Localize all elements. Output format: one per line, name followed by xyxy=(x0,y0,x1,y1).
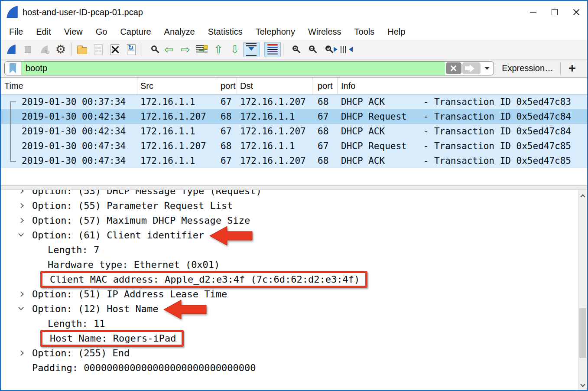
menu-telephony[interactable]: Telephony xyxy=(249,27,302,37)
detail-row[interactable]: Length: 7 xyxy=(1,242,587,257)
wireshark-window: host-and-user-ID-pcap-01.pcap FileEditVi… xyxy=(0,0,588,391)
packet-row[interactable]: 2019-01-30 00:47:34172.16.1.20768172.16.… xyxy=(1,139,587,153)
detail-row[interactable]: Length: 11 xyxy=(1,316,587,331)
reload-file-button[interactable]: 0101↻ xyxy=(123,42,140,57)
expander-collapsed[interactable] xyxy=(19,218,32,222)
menu-help[interactable]: Help xyxy=(381,27,412,37)
clear-filter-button[interactable] xyxy=(446,62,461,74)
colorize-packets-button[interactable] xyxy=(264,42,281,57)
find-packet-button[interactable] xyxy=(144,42,161,57)
expander-collapsed[interactable] xyxy=(19,190,32,193)
start-capture-icon xyxy=(6,44,16,55)
toolbar-separator xyxy=(283,43,283,56)
detail-row[interactable]: Option: (255) End xyxy=(1,345,587,360)
packet-cell-dport: 68 xyxy=(312,124,338,139)
chevron-down-icon xyxy=(484,67,490,72)
stop-capture-icon xyxy=(25,46,31,53)
minimize-button[interactable] xyxy=(522,1,544,23)
expander-collapsed[interactable] xyxy=(19,204,32,208)
packet-cell-info: DHCP ACK - Transaction ID 0x5ed47c84 xyxy=(338,124,587,139)
capture-options-button[interactable]: ⚙ xyxy=(52,42,69,57)
detail-row[interactable]: Host Name: Rogers-iPad xyxy=(1,331,587,345)
column-header-dst[interactable]: Dst xyxy=(237,78,312,94)
display-filter-input[interactable] xyxy=(21,62,445,75)
packet-cell-sport: 67 xyxy=(216,153,237,168)
detail-row[interactable]: Option: (61) Client identifier xyxy=(1,228,587,242)
detail-text-red-boxed: Host Name: Rogers-iPad xyxy=(40,330,184,347)
open-file-icon xyxy=(77,45,87,54)
maximize-button[interactable] xyxy=(544,1,565,23)
menu-edit[interactable]: Edit xyxy=(29,27,57,37)
pane-splitter[interactable] xyxy=(1,186,587,190)
column-header-time[interactable]: Time xyxy=(1,78,137,94)
expander-collapsed[interactable] xyxy=(19,292,32,296)
detail-row[interactable]: Hardware type: Ethernet (0x01) xyxy=(1,257,587,272)
menu-go[interactable]: Go xyxy=(89,27,114,37)
packet-row[interactable]: 2019-01-30 00:47:34172.16.1.167172.16.1.… xyxy=(1,153,587,168)
auto-scroll-button[interactable] xyxy=(243,42,260,57)
capture-options-icon: ⚙ xyxy=(55,44,66,55)
chevron-right-icon xyxy=(18,291,24,297)
detail-text: Option: (12) Host Name xyxy=(32,303,158,314)
detail-row[interactable]: Client MAC address: Apple_d2:e3:4f (7c:6… xyxy=(1,272,587,287)
bookmark-icon xyxy=(10,63,16,73)
scroll-down-icon[interactable] xyxy=(580,382,585,387)
go-forward-button[interactable]: ⇨ xyxy=(177,42,194,57)
detail-row[interactable]: Option: (53) DHCP Message Type (Request) xyxy=(1,190,587,198)
column-header-info[interactable]: Info xyxy=(338,78,587,94)
add-filter-button[interactable]: + xyxy=(569,62,576,75)
go-to-packet-button[interactable]: ⇨ xyxy=(194,42,210,57)
column-header-src[interactable]: Src xyxy=(137,78,216,94)
expression-button[interactable]: Expression… xyxy=(502,63,553,73)
expander-collapsed[interactable] xyxy=(19,351,32,355)
menu-tools[interactable]: Tools xyxy=(348,27,381,37)
column-header-port-dst[interactable]: port xyxy=(312,78,338,94)
menu-analyze[interactable]: Analyze xyxy=(158,27,201,37)
close-file-button[interactable]: 0101 xyxy=(107,42,123,57)
window-title: host-and-user-ID-pcap-01.pcap xyxy=(23,7,143,17)
expander-expanded[interactable] xyxy=(19,308,32,310)
scrollbar-thumb[interactable] xyxy=(579,308,586,358)
red-arrow-annotation xyxy=(210,226,253,246)
packet-cell-sport: 67 xyxy=(216,94,237,109)
go-back-button[interactable]: ⇦ xyxy=(161,42,177,57)
zoom-in-button[interactable]: + xyxy=(286,42,302,57)
detail-row[interactable]: Option: (12) Host Name xyxy=(1,301,587,316)
scroll-up-icon[interactable] xyxy=(580,194,585,199)
detail-row[interactable]: Padding: 000000000000000000000000000000 xyxy=(1,360,587,375)
zoom-reset-button[interactable]: = xyxy=(318,42,335,57)
menu-view[interactable]: View xyxy=(58,27,89,37)
menu-statistics[interactable]: Statistics xyxy=(201,27,249,37)
packet-row[interactable]: 2019-01-30 00:42:34172.16.1.20768172.16.… xyxy=(1,109,587,124)
close-icon xyxy=(572,8,580,16)
packet-cell-src: 172.16.1.207 xyxy=(137,139,216,153)
detail-text: Padding: 000000000000000000000000000000 xyxy=(32,362,256,373)
column-header-port-src[interactable]: port xyxy=(216,78,237,94)
menu-capture[interactable]: Capture xyxy=(114,27,157,37)
menu-wireless[interactable]: Wireless xyxy=(302,27,348,37)
detail-scrollbar[interactable] xyxy=(578,190,587,390)
close-button[interactable] xyxy=(565,1,587,23)
packet-cell-dport: 67 xyxy=(312,109,338,124)
go-forward-icon: ⇨ xyxy=(181,44,190,55)
go-first-button[interactable]: ⇧ xyxy=(210,42,227,57)
packet-cell-sport: 67 xyxy=(216,124,237,139)
packet-row[interactable]: 2019-01-30 00:37:34172.16.1.167172.16.1.… xyxy=(1,94,587,109)
packet-row[interactable]: 2019-01-30 00:42:34172.16.1.167172.16.1.… xyxy=(1,124,587,139)
detail-text: Option: (51) IP Address Lease Time xyxy=(32,289,227,300)
open-file-button[interactable] xyxy=(74,42,90,57)
detail-row[interactable]: Option: (57) Maximum DHCP Message Size xyxy=(1,213,587,228)
resize-columns-icon xyxy=(334,46,353,53)
menu-file[interactable]: File xyxy=(3,27,29,37)
resize-columns-button[interactable] xyxy=(335,42,351,57)
filter-bookmark-button[interactable] xyxy=(5,62,21,75)
expander-expanded[interactable] xyxy=(19,234,32,236)
go-last-button[interactable]: ⇩ xyxy=(227,42,243,57)
detail-row[interactable]: Option: (55) Parameter Request List xyxy=(1,198,587,213)
start-capture-button[interactable] xyxy=(3,42,19,57)
detail-row[interactable]: Option: (51) IP Address Lease Time xyxy=(1,287,587,301)
main-toolbar: ↻⚙0101011001010101↻⇦⇨⇨⇧⇩+−= xyxy=(1,40,587,59)
zoom-out-button[interactable]: − xyxy=(302,42,318,57)
apply-filter-button[interactable] xyxy=(462,62,481,74)
filter-history-dropdown[interactable] xyxy=(481,62,494,75)
